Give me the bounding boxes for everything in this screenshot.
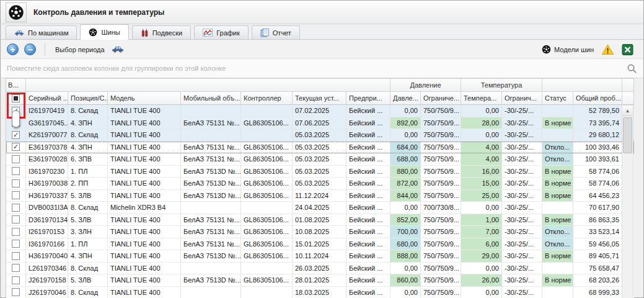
cell-status: В норме [542,250,573,263]
add-button[interactable]: + [7,43,19,55]
table-row[interactable]: E3619700286. ЗПВTIANLI TUE 400БелАЗ 7513… [6,153,634,166]
scrollbar-thumb[interactable] [623,117,632,153]
cell-status [542,202,573,214]
cell-mobile: БелАЗ 75131 №... [181,214,241,227]
column-header-model[interactable]: Модель [108,92,181,105]
cell-mobile: БелАЗ 7513D №... [181,250,241,263]
cell-serial: K261970077 [26,129,68,142]
row-checkbox[interactable] [12,288,20,296]
cell-temperature: 6,00 [461,238,502,251]
row-checkbox[interactable] [12,155,20,163]
cell-model: TIANLI TUE 400 [108,226,181,238]
row-checkbox[interactable] [12,276,20,284]
search-button[interactable] [627,63,637,74]
tab-grafik[interactable]: График [194,25,249,39]
table-row[interactable]: ✓K2619700778. СкладTIANLI TUE 40005.03.2… [6,129,634,142]
column-header-temperature[interactable]: Темпера... [461,92,502,105]
cell-date: 05.03.2025 [293,142,346,154]
table-row[interactable]: J2619701585. ЗЛВTIANLI TUE 400БелАЗ 7513… [6,274,634,287]
column-header-pressure[interactable]: Давле... [390,92,421,105]
row-checkbox[interactable]: ✓ [12,143,20,151]
tire-models-button[interactable]: Модели шин [542,45,594,54]
band-header[interactable]: В... [6,78,26,92]
column-header-enterprise[interactable]: Предпри... [346,92,390,105]
column-header-mobile[interactable]: Мобильный объ... [181,92,241,105]
table-row[interactable]: ✓I2619704198. СкладTIANLI TUE 40007.02.2… [6,105,634,117]
tab-po-mashinam[interactable]: По машинам [6,25,77,39]
tab-podveski[interactable]: Подвески [132,25,192,39]
cell-pressure: 688,00 [390,153,421,166]
cell-date: 07.06.2025 [293,117,346,130]
table-row[interactable]: I3619701661. ПЛTIANLI TUE 400БелАЗ 75131… [6,238,634,251]
cell-pressure: 892,00 [390,117,421,130]
cell-temperature: 29,00 [461,250,502,263]
row-checkbox[interactable] [12,204,20,212]
scroll-up-button[interactable]: ▲ [622,106,633,116]
cell-date: 10.11.2024 [293,250,346,263]
toolbar-separator [45,43,45,56]
table-row[interactable]: I3619702301. ПЛTIANLI TUE 400БелАЗ 7513D… [6,166,634,178]
row-checkbox[interactable] [12,264,20,272]
table-row[interactable]: J2619700468. СкладTIANLI TUE 40018.03.20… [6,287,634,298]
cell-mobile: БелАЗ 7513D №... [181,178,241,190]
cell-pressure_limit: 750/750/9... [421,287,461,298]
row-checkbox[interactable] [12,167,20,175]
group-by-panel[interactable]: Поместите сюда заголовок колонки для гру… [1,58,643,78]
tab-otchet[interactable]: Отчет [252,25,300,39]
band-header[interactable]: Давление [390,78,461,92]
cell-model: TIANLI TUE 400 [108,238,181,251]
column-header-controller[interactable]: Контроллер [241,92,293,105]
excel-export-icon[interactable] [622,44,633,55]
warning-icon[interactable] [601,44,614,55]
remove-button[interactable]: − [24,43,36,55]
row-checkbox[interactable] [12,240,20,248]
row-checkbox[interactable] [12,179,20,187]
cell-temperature: 16,00 [461,166,502,178]
cell-enterprise: Бейский ... [346,287,390,298]
cell-controller: GL86305106... [241,178,293,190]
cell-date: 10.08.2025 [293,226,346,238]
column-header-mileage[interactable]: Общий проб... [573,92,622,105]
tire-icon [89,28,97,37]
toolbar-right-group: Модели шин [542,44,637,55]
vehicle-filter-icon[interactable] [112,46,124,53]
cell-serial: E361970378 [26,142,68,154]
cell-controller: GL86305106... [241,274,293,287]
column-header-position[interactable]: Позиция/С... [68,92,108,105]
table-row[interactable]: H361970038L2. ППTIANLI TUE 400БелАЗ 7513… [6,178,634,190]
table-row[interactable]: H361970040L4. ЗПНTIANLI TUE 400БелАЗ 751… [6,250,634,263]
column-header-status[interactable]: Статус [542,92,573,105]
table-row[interactable]: ✓G36197045...4. ЗПНTIANLI TUE 400БелАЗ 7… [6,117,634,130]
cell-status: Откло... [542,153,573,166]
column-header-pressure_limit[interactable]: Ограниче... [421,92,461,105]
table-row[interactable]: I2619701533. ЗЛНTIANLI TUE 400БелАЗ 7513… [6,226,634,238]
cell-pressure: 880,00 [390,166,421,178]
column-header-date[interactable]: Текущая уст... [293,92,346,105]
table-row[interactable]: D3619701345. ЗЛВTIANLI TUE 400БелАЗ 7513… [6,214,634,227]
table-row[interactable]: L2619703468. СкладTIANLI TUE 40026.03.20… [6,263,634,275]
column-header-serial[interactable]: Серийный ... [26,92,68,105]
cell-status: В норме [542,190,573,202]
cell-temperature: 7,00 [461,226,502,238]
row-checkbox[interactable] [12,191,20,199]
band-header[interactable]: Температура [461,78,542,92]
tab-shiny[interactable]: Шины [80,24,128,40]
table-row[interactable]: DVB0031I3A8. СкладMichelin XDR3 B424.04.… [6,202,634,214]
column-header-temperature_limit[interactable]: Огранич... [502,92,542,105]
cell-model: TIANLI TUE 400 [108,178,181,190]
period-select-button[interactable]: Выбор периода [54,46,106,53]
chart-icon [203,29,213,37]
row-checkbox[interactable] [12,215,20,224]
cell-position: 2. ПП [68,178,108,190]
cell-temperature_limit: -30/-25/... [502,274,542,287]
row-checkbox[interactable]: ✓ [12,131,20,139]
cell-model: TIANLI TUE 400 [108,142,181,154]
vertical-scrollbar[interactable]: ▲ [622,105,633,298]
table-row[interactable]: ✓E3619703784. ЗПНTIANLI TUE 400БелАЗ 751… [6,142,634,154]
row-checkbox[interactable] [12,252,20,260]
car-icon [14,30,24,36]
cell-check [6,214,26,227]
row-checkbox[interactable] [12,228,20,236]
table-row[interactable]: H361970337L5. ЗЛВTIANLI TUE 400БелАЗ 751… [6,190,634,202]
band-filler [622,78,634,92]
